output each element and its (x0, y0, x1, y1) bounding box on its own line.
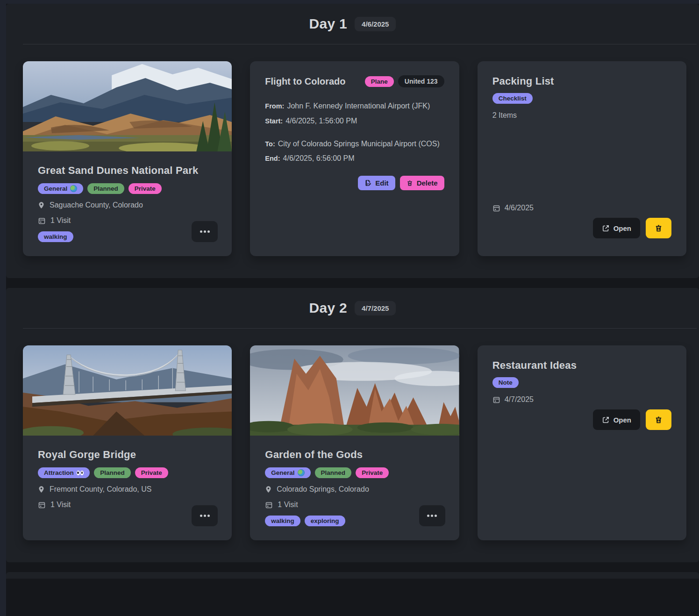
checklist-actions: Open (492, 218, 671, 238)
place-card-body: Garden of the Gods General Planned Priva… (250, 436, 459, 540)
delete-button[interactable]: Delete (400, 176, 444, 190)
place-card-body: Great Sand Dunes National Park General P… (23, 151, 232, 256)
location-row: Saguache County, Colorado (38, 201, 143, 209)
open-label: Open (613, 224, 631, 232)
end-value: 4/6/2025, 6:56:00 PM (283, 154, 355, 162)
flight-from-row: From:John F. Kennedy International Airpo… (265, 101, 444, 111)
checklist-title: Packing List (492, 75, 554, 87)
chip-walking: walking (265, 516, 300, 526)
location-pin-icon (265, 485, 272, 494)
checklist-card-body: Packing List Checklist 2 Items 4/6/2025 … (478, 61, 686, 256)
note-title: Restaurant Ideas (492, 359, 577, 372)
tag-general: General (265, 467, 310, 478)
place-card-royal-gorge-bridge[interactable]: Royal Gorge Bridge Attraction Planned Pr… (23, 345, 232, 540)
location-text: Colorado Springs, Colorado (277, 485, 369, 494)
day-2-card-grid: Royal Gorge Bridge Attraction Planned Pr… (23, 345, 686, 540)
edit-label: Edit (375, 179, 388, 187)
sand-dunes-image (23, 61, 232, 151)
flight-badges: Plane United 123 (365, 75, 444, 87)
from-value: John F. Kennedy International Airport (J… (287, 102, 430, 110)
location-text: Saguache County, Colorado (50, 201, 143, 209)
location-row: Colorado Springs, Colorado (265, 485, 369, 494)
tag-general: General (38, 183, 83, 194)
note-actions: Open (492, 409, 671, 430)
day-2-divider (23, 328, 697, 329)
royal-gorge-image (23, 345, 232, 436)
globe-emoji-icon (298, 469, 305, 476)
delete-note-button[interactable] (646, 409, 671, 430)
visits-text: 1 Visit (50, 216, 71, 225)
more-options-button[interactable] (192, 505, 218, 526)
note-date: 4/7/2025 (505, 395, 534, 404)
edit-icon (364, 179, 371, 186)
note-card-restaurant-ideas: Restaurant Ideas Note 4/7/2025 Open (478, 345, 686, 540)
flight-number-badge: United 123 (398, 75, 444, 87)
place-card-garden-of-the-gods[interactable]: Garden of the Gods General Planned Priva… (250, 345, 459, 540)
flight-card-body: Flight to Colorado Plane United 123 From… (250, 61, 459, 256)
next-day-panel-edge (6, 572, 699, 579)
flight-actions: Edit Delete (265, 176, 444, 190)
calendar-icon (38, 217, 46, 225)
trash-icon (407, 179, 413, 186)
visits-text: 1 Visit (50, 501, 71, 509)
day-2-date-badge: 4/7/2025 (355, 301, 396, 315)
delete-checklist-button[interactable] (646, 218, 671, 238)
place-photo-royal-gorge (23, 345, 232, 436)
trash-icon (655, 224, 663, 232)
calendar-icon (38, 501, 46, 509)
checklist-card-packing-list: Packing List Checklist 2 Items 4/6/2025 … (478, 61, 686, 256)
calendar-icon (492, 204, 500, 212)
day-1-title: Day 1 (309, 16, 348, 32)
trash-icon (655, 415, 663, 424)
flight-title: Flight to Colorado (265, 76, 345, 87)
flight-header: Flight to Colorado Plane United 123 (265, 75, 444, 87)
visits-row: 1 Visit (38, 216, 71, 225)
to-value: City of Colorado Springs Municipal Airpo… (278, 140, 440, 148)
visits-text: 1 Visit (278, 501, 298, 509)
edit-button[interactable]: Edit (358, 176, 395, 190)
tag-planned: Planned (315, 467, 352, 478)
chip-row: walking exploring (265, 516, 345, 526)
open-button[interactable]: Open (593, 218, 640, 238)
place-card-body: Royal Gorge Bridge Attraction Planned Pr… (23, 436, 232, 540)
calendar-icon (265, 501, 273, 509)
flight-card: Flight to Colorado Plane United 123 From… (250, 61, 459, 256)
end-label: End: (265, 155, 280, 162)
place-photo-garden-of-gods (250, 345, 459, 436)
location-pin-icon (38, 485, 45, 494)
tag-row: General Planned Private (265, 467, 389, 478)
location-pin-icon (38, 201, 45, 209)
flight-start-row: Start:4/6/2025, 1:56:00 PM (265, 116, 444, 126)
start-value: 4/6/2025, 1:56:00 PM (285, 117, 357, 125)
globe-emoji-icon (70, 185, 77, 192)
more-options-button[interactable] (192, 221, 218, 242)
itinerary-content: Day 1 4/6/2025 (6, 4, 699, 616)
day-1-header: Day 1 4/6/2025 (6, 16, 699, 32)
flight-end-row: End:4/6/2025, 6:56:00 PM (265, 154, 444, 164)
checklist-date: 4/6/2025 (505, 204, 534, 212)
tag-attraction: Attraction (38, 467, 90, 478)
tag-private: Private (135, 467, 168, 478)
open-button[interactable]: Open (593, 409, 640, 430)
checklist-badge: Checklist (492, 93, 533, 104)
location-text: Fremont County, Colorado, US (50, 485, 151, 494)
checklist-item-count: 2 Items (492, 111, 517, 120)
garden-of-gods-image (250, 345, 459, 436)
tag-row: General Planned Private (38, 183, 162, 194)
chip-walking: walking (38, 231, 73, 242)
place-title: Great Sand Dunes National Park (38, 165, 198, 177)
day-1-date-badge: 4/6/2025 (355, 17, 396, 31)
place-title: Garden of the Gods (265, 449, 363, 461)
tag-private: Private (356, 467, 389, 478)
tag-private: Private (128, 183, 162, 194)
external-link-icon (602, 416, 610, 424)
day-2-title: Day 2 (309, 300, 348, 316)
note-badge: Note (492, 377, 519, 388)
more-options-button[interactable] (419, 505, 445, 526)
delete-label: Delete (417, 179, 438, 187)
place-card-great-sand-dunes[interactable]: Great Sand Dunes National Park General P… (23, 61, 232, 256)
to-label: To: (265, 140, 275, 148)
chip-exploring: exploring (305, 516, 345, 526)
place-title: Royal Gorge Bridge (38, 449, 136, 461)
note-card-body: Restaurant Ideas Note 4/7/2025 Open (478, 345, 686, 540)
